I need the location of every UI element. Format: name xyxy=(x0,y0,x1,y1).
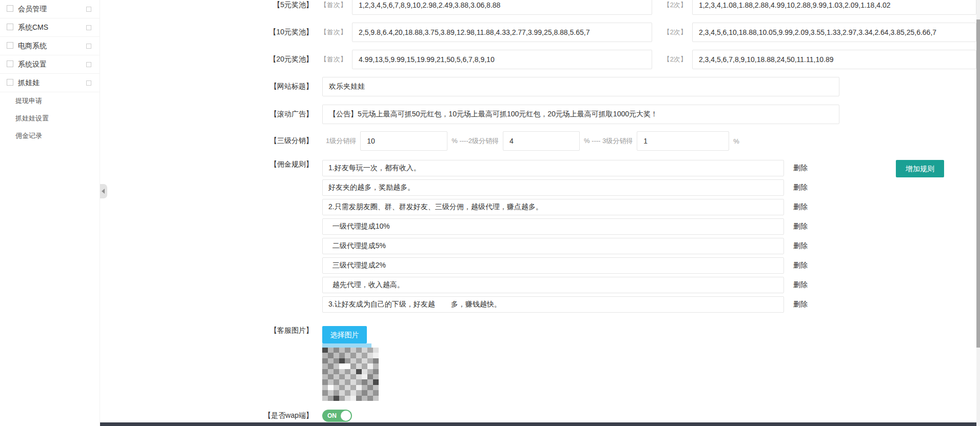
sidebar-subitem-label: 佣金记录 xyxy=(15,132,42,139)
level1-prefix-label: 1级分销得 xyxy=(326,136,356,146)
delete-rule-link[interactable]: 删除 xyxy=(793,222,808,231)
commission-rules-row: 【佣金规则】 删除 删除 删除 删除 xyxy=(100,160,976,316)
pick-image-button[interactable]: 选择图片 xyxy=(322,326,367,343)
sidebar: 会员管理 系统CMS 电商系统 系统设置 抓娃娃 提现申请 抓娃娃设置 佣金记录 xyxy=(0,0,100,426)
rule-input[interactable] xyxy=(322,160,784,176)
second-time-tag: 【2次】 xyxy=(663,55,687,64)
expand-placeholder-icon xyxy=(86,25,91,30)
sidebar-item-label: 会员管理 xyxy=(18,5,47,13)
expand-placeholder-icon xyxy=(86,44,91,49)
delete-rule-link[interactable]: 删除 xyxy=(793,241,808,251)
sidebar-subitem-label: 提现申请 xyxy=(15,97,42,105)
pool-row-5yuan: 【5元奖池】 【首次】 【2次】 xyxy=(100,0,976,15)
marquee-ad-input[interactable] xyxy=(322,105,839,124)
wap-toggle-switch[interactable]: ON xyxy=(322,410,352,422)
menu-placeholder-icon xyxy=(7,5,13,12)
delete-rule-link[interactable]: 删除 xyxy=(793,280,808,290)
second-time-tag: 【2次】 xyxy=(663,1,687,10)
sidebar-subitem-label: 抓娃娃设置 xyxy=(15,114,49,122)
rule-input[interactable] xyxy=(322,199,784,215)
first-time-tag: 【首次】 xyxy=(320,1,347,10)
menu-placeholder-icon xyxy=(7,24,13,30)
rule-row: 删除 xyxy=(322,238,808,254)
pool-row-20yuan: 【20元奖池】 【首次】 【2次】 xyxy=(100,50,976,69)
percent-suffix-label: % xyxy=(733,137,739,145)
upload-input-strip xyxy=(322,343,371,348)
rule-row: 删除 xyxy=(322,277,808,293)
delete-rule-link[interactable]: 删除 xyxy=(793,300,808,309)
field-label: 【客服图片】 xyxy=(100,326,313,335)
level2-percent-input[interactable] xyxy=(503,131,580,151)
sidebar-subitem-claw-settings[interactable]: 抓娃娃设置 xyxy=(0,110,100,127)
delete-rule-link[interactable]: 删除 xyxy=(793,261,808,270)
rule-input[interactable] xyxy=(322,218,784,235)
rule-row: 删除 xyxy=(322,218,808,235)
field-label: 【20元奖池】 xyxy=(100,55,313,64)
sidebar-item-system-settings[interactable]: 系统设置 xyxy=(0,55,100,74)
level3-percent-input[interactable] xyxy=(637,131,729,151)
expand-placeholder-icon xyxy=(86,7,91,12)
field-label: 【10元奖池】 xyxy=(100,28,313,37)
level3-prefix-label: % ---- 3级分销得 xyxy=(584,136,633,146)
rules-list: 删除 删除 删除 删除 删除 xyxy=(322,160,808,316)
level2-prefix-label: % ----2级分销得 xyxy=(452,136,499,146)
toggle-state-label: ON xyxy=(327,410,337,422)
pool-5-first-input[interactable] xyxy=(352,0,652,15)
menu-placeholder-icon xyxy=(7,60,13,67)
customer-image-row: 【客服图片】 选择图片 xyxy=(100,326,976,401)
sidebar-item-label: 系统设置 xyxy=(18,60,47,68)
pool-5-second-input[interactable] xyxy=(692,0,976,15)
sidebar-item-label: 系统CMS xyxy=(18,23,48,31)
rule-row: 删除 xyxy=(322,257,808,274)
rule-input[interactable] xyxy=(322,296,784,313)
menu-placeholder-icon xyxy=(7,42,13,49)
rule-row: 删除 xyxy=(322,179,808,196)
rule-row: 删除 xyxy=(322,199,808,215)
site-title-input[interactable] xyxy=(322,77,839,96)
sidebar-item-label: 电商系统 xyxy=(18,42,47,50)
field-label: 【佣金规则】 xyxy=(100,160,313,169)
rule-input[interactable] xyxy=(322,179,784,196)
menu-placeholder-icon xyxy=(7,79,13,86)
second-time-tag: 【2次】 xyxy=(663,28,687,37)
field-label: 【三级分销】 xyxy=(100,136,313,146)
delete-rule-link[interactable]: 删除 xyxy=(793,183,808,192)
rule-row: 删除 xyxy=(322,160,808,176)
sidebar-subitem-withdrawal-request[interactable]: 提现申请 xyxy=(0,92,100,110)
distribution-row: 【三级分销】 1级分销得 % ----2级分销得 % ---- 3级分销得 % xyxy=(100,131,976,151)
pool-10-second-input[interactable] xyxy=(692,23,976,42)
pool-10-first-input[interactable] xyxy=(352,23,652,42)
sidebar-subitem-commission-records[interactable]: 佣金记录 xyxy=(0,127,100,145)
marquee-ad-row: 【滚动广告】 xyxy=(100,105,976,124)
expand-placeholder-icon xyxy=(86,62,91,67)
sidebar-item-label: 抓娃娃 xyxy=(18,78,40,87)
pool-20-second-input[interactable] xyxy=(692,50,976,69)
rule-row: 删除 xyxy=(322,296,808,313)
customer-image-field: 选择图片 xyxy=(322,326,379,401)
customer-service-image xyxy=(322,348,379,401)
toggle-knob-icon xyxy=(341,411,351,421)
vertical-scrollbar[interactable] xyxy=(976,0,980,426)
expand-placeholder-icon xyxy=(86,80,91,86)
field-label: 【网站标题】 xyxy=(100,82,313,91)
field-label: 【5元奖池】 xyxy=(100,1,313,10)
delete-rule-link[interactable]: 删除 xyxy=(793,202,808,212)
delete-rule-link[interactable]: 删除 xyxy=(793,164,808,173)
first-time-tag: 【首次】 xyxy=(320,28,347,37)
field-label: 【滚动广告】 xyxy=(100,110,313,119)
rule-input[interactable] xyxy=(322,238,784,254)
pool-20-first-input[interactable] xyxy=(352,50,652,69)
sidebar-item-ecommerce[interactable]: 电商系统 xyxy=(0,37,100,55)
sidebar-item-cms[interactable]: 系统CMS xyxy=(0,18,100,37)
scrollbar-thumb[interactable] xyxy=(976,19,980,348)
admin-settings-page: 会员管理 系统CMS 电商系统 系统设置 抓娃娃 提现申请 抓娃娃设置 佣金记录 xyxy=(0,0,980,426)
add-rule-button[interactable]: 增加规则 xyxy=(896,160,944,177)
field-label: 【是否wap端】 xyxy=(100,411,313,420)
rule-input[interactable] xyxy=(322,277,784,293)
sidebar-item-members[interactable]: 会员管理 xyxy=(0,0,100,18)
rule-input[interactable] xyxy=(322,257,784,274)
level1-percent-input[interactable] xyxy=(360,131,447,151)
sidebar-item-claw-machine[interactable]: 抓娃娃 xyxy=(0,74,100,92)
settings-form: 【5元奖池】 【首次】 【2次】 【10元奖池】 【首次】 【2次】 【20元奖… xyxy=(100,0,976,426)
pool-row-10yuan: 【10元奖池】 【首次】 【2次】 xyxy=(100,23,976,42)
